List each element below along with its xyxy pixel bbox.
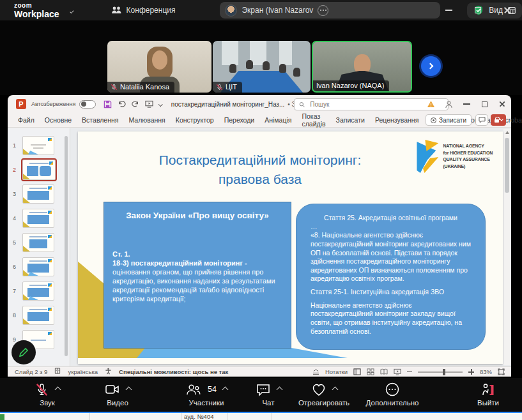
background-window-strip: ауд. №404 xyxy=(0,412,522,420)
thumbnail-slide-6[interactable]: 6 xyxy=(8,255,70,279)
ribbon-tab-transitions[interactable]: Переходи xyxy=(219,116,260,124)
zoom-slider[interactable] xyxy=(418,371,463,373)
ribbon-tab-review[interactable]: Рецензування xyxy=(370,116,424,124)
chat-options-icon[interactable] xyxy=(276,386,282,393)
thumbnail-slide-7[interactable]: 7 xyxy=(8,279,70,303)
fit-slide-icon[interactable] xyxy=(498,368,505,375)
video-options-icon[interactable] xyxy=(125,386,132,393)
share-button[interactable] xyxy=(491,114,506,126)
restore-icon xyxy=(482,101,487,107)
ribbon-tab-animations[interactable]: Анімація xyxy=(259,116,296,124)
zoom-in-button[interactable] xyxy=(468,369,474,375)
thumbnail-slide-5[interactable]: 5 xyxy=(8,230,70,255)
ribbon-tab-draw[interactable]: Малювання xyxy=(123,116,170,124)
slide-sorter-view-icon[interactable] xyxy=(367,368,374,375)
leave-button[interactable]: Выйти xyxy=(464,381,512,407)
maximize-button[interactable] xyxy=(463,0,493,20)
people-icon xyxy=(111,6,122,15)
ppt-ribbon: Файл Основне Вставлення Малювання Констр… xyxy=(8,113,511,128)
law-text-box[interactable]: Закон України «Про вищу освіту» Ст. 1. 1… xyxy=(104,202,291,349)
undo-icon[interactable] xyxy=(118,100,126,108)
zoom-workplace-logo: zoom Workplace xyxy=(14,3,59,19)
quick-access-toolbar xyxy=(104,100,162,109)
more-button[interactable]: Дополнительно xyxy=(355,381,429,407)
more-icon xyxy=(385,382,400,397)
participants-button[interactable]: 54 Участники xyxy=(158,381,254,407)
participant-video-ivan-active-speaker[interactable]: Ivan Nazarov (NAQA) xyxy=(312,41,412,93)
audio-options-icon[interactable] xyxy=(55,386,61,393)
zoom-slider-handle[interactable] xyxy=(443,369,445,375)
minimize-icon xyxy=(463,103,470,105)
ppt-minimize-button[interactable] xyxy=(457,95,475,113)
ribbon-tab-home[interactable]: Основне xyxy=(40,116,77,124)
zoom-percentage[interactable]: 83% xyxy=(480,368,492,375)
reactions-button[interactable]: Отреагировать xyxy=(283,381,365,407)
slide-scrollbar[interactable] xyxy=(503,129,510,365)
zoom-out-button[interactable] xyxy=(407,371,412,373)
ribbon-tab-file[interactable]: Файл xyxy=(13,116,40,124)
notes-button[interactable]: Нотатки xyxy=(325,368,348,375)
tab-more-icon[interactable] xyxy=(318,5,328,16)
ppt-main-area: 1 2 3 4 5 xyxy=(8,128,511,366)
comment-icon xyxy=(479,117,486,123)
reading-view-icon[interactable] xyxy=(380,368,388,375)
thumbnail-slide-8[interactable]: 8 xyxy=(8,303,70,327)
ppt-close-button[interactable] xyxy=(493,95,511,113)
thumbnail-slide-2-selected[interactable]: 2 xyxy=(8,158,70,182)
scroll-up-icon[interactable] xyxy=(505,131,509,134)
normal-view-icon[interactable] xyxy=(353,368,361,375)
ppt-restore-button[interactable] xyxy=(475,95,493,113)
thumbnails-scrollbar[interactable] xyxy=(64,132,68,360)
chevron-down-icon[interactable] xyxy=(70,10,73,13)
participant-video-cit[interactable]: ЦІТ xyxy=(213,41,311,93)
document-title: постакредитаційний моніторинг_Наз... xyxy=(171,101,284,108)
save-icon[interactable] xyxy=(104,100,112,109)
participant-video-nataliia[interactable]: Nataliia Kanosa xyxy=(107,41,211,93)
slide-2: Постакредитаційний моніторинг: правова б… xyxy=(78,131,503,364)
slide-title[interactable]: Постакредитаційний моніторинг: правова б… xyxy=(123,151,397,190)
chevron-down-icon xyxy=(500,117,503,121)
account-button[interactable] xyxy=(440,95,457,113)
chat-icon xyxy=(256,382,271,397)
article-text-box[interactable]: Стаття 25. Акредитація освітньої програм… xyxy=(296,204,486,350)
comments-button[interactable] xyxy=(475,114,488,126)
video-strip: Nataliia Kanosa ЦІТ xyxy=(0,20,522,95)
tab-meeting[interactable]: Конференция xyxy=(111,6,176,15)
next-videos-button[interactable] xyxy=(421,56,441,76)
start-slideshow-icon[interactable] xyxy=(145,100,153,108)
spellcheck-icon[interactable] xyxy=(54,368,61,376)
maximize-icon xyxy=(475,7,481,13)
video-button[interactable]: Видео xyxy=(83,381,152,407)
redo-icon[interactable] xyxy=(132,100,139,108)
minimize-button[interactable] xyxy=(434,0,463,20)
audio-button[interactable]: Звук xyxy=(12,381,83,407)
autosave-toggle[interactable] xyxy=(79,100,96,109)
law-box-body: Ст. 1. 18-3) постакредитаційний монітори… xyxy=(112,250,282,304)
annotate-button[interactable] xyxy=(12,340,36,364)
accessibility-status[interactable]: Спеціальні можливості: щось не так xyxy=(119,368,228,375)
participants-options-icon[interactable] xyxy=(222,386,229,393)
language-indicator[interactable]: українська xyxy=(68,368,98,375)
mic-muted-icon xyxy=(35,382,49,397)
reactions-options-icon[interactable] xyxy=(332,386,338,393)
thumbnail-slide-3[interactable]: 3 xyxy=(8,182,70,206)
notes-icon[interactable] xyxy=(312,369,319,375)
ribbon-tab-record[interactable]: Записати xyxy=(331,116,370,124)
article-25-1-heading: Стаття 25-1. Інституційна акредитація ЗВ… xyxy=(311,288,471,297)
participants-count: 54 xyxy=(208,385,217,394)
close-button[interactable] xyxy=(493,0,522,20)
slide-canvas: Постакредитаційний моніторинг: правова б… xyxy=(70,128,511,366)
record-button[interactable]: Записати xyxy=(426,114,472,126)
thumbnail-slide-1[interactable]: 1 xyxy=(8,133,70,158)
accessibility-icon[interactable] xyxy=(105,368,112,376)
slideshow-view-icon[interactable] xyxy=(394,368,401,375)
tab-screen-share[interactable]: Экран (Ivan Nazarov xyxy=(220,2,440,19)
customize-toolbar-icon[interactable] xyxy=(158,102,162,106)
thumbnail-slide-4[interactable]: 4 xyxy=(8,206,70,230)
tab-meeting-label: Конференция xyxy=(127,6,176,15)
ribbon-tab-slideshow[interactable]: Показ слайдів xyxy=(296,112,330,128)
ribbon-tab-design[interactable]: Конструктор xyxy=(171,116,219,124)
ribbon-tab-insert[interactable]: Вставлення xyxy=(77,116,123,124)
naqa-logo-text: NATIONAL AGENCY for HIGHER EDUCATION QUA… xyxy=(443,143,493,170)
alert-button[interactable] xyxy=(422,95,440,113)
